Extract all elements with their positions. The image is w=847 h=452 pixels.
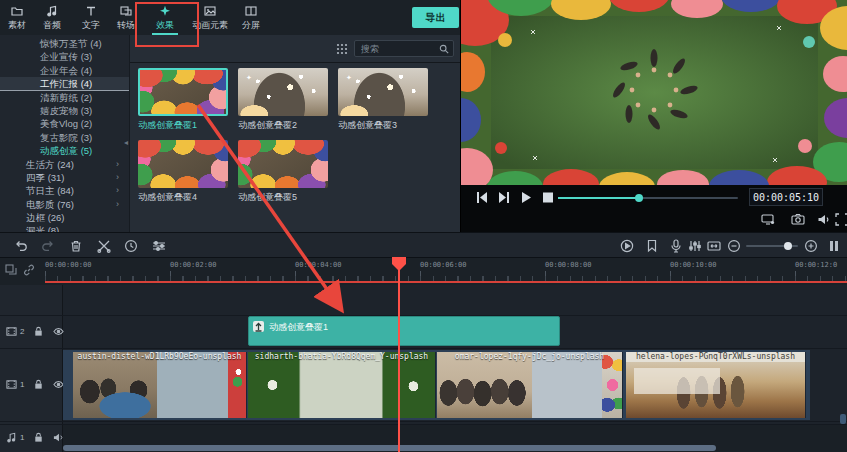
stop-button[interactable] — [541, 191, 555, 204]
sidebar-item-annual-meeting[interactable]: 企业年会 (4) — [0, 64, 129, 77]
video-clip-austin[interactable]: austin-distel-wD1LRb9OeEo-unsplash — [73, 352, 247, 418]
effect-thumbnail-1[interactable] — [138, 68, 228, 116]
effect-thumbnail-5[interactable] — [238, 140, 328, 188]
sidebar-collapse-arrow-icon[interactable]: ◂ — [124, 138, 128, 147]
effect-card-1: 动感创意叠覆1 — [138, 68, 228, 132]
track-options-icon[interactable] — [827, 239, 841, 253]
sidebar-group-seasons[interactable]: 四季 (31)› — [0, 171, 129, 184]
prev-frame-button[interactable] — [475, 191, 489, 204]
sidebar-group-frames[interactable]: 边框 (26) — [0, 211, 129, 224]
tab-elements[interactable]: 动画元素 — [188, 3, 232, 33]
sidebar-group-cinematic[interactable]: 电影质 (76)› — [0, 198, 129, 211]
zoom-out-icon[interactable] — [727, 239, 741, 253]
seek-handle[interactable] — [635, 194, 643, 202]
record-voiceover-mic-icon[interactable] — [669, 239, 683, 253]
next-frame-button[interactable] — [497, 191, 511, 204]
timeline-toolbar — [0, 232, 847, 258]
lock-icon[interactable] — [33, 432, 44, 443]
clip-filename: austin-distel-wD1LRb9OeEo-unsplash — [73, 352, 246, 362]
video-track-icon — [6, 326, 17, 337]
speed-clock-icon[interactable] — [124, 239, 138, 253]
effect-clip-label: 动感创意叠覆1 — [269, 321, 328, 334]
tab-label: 效果 — [156, 19, 174, 32]
fit-timeline-icon[interactable] — [707, 239, 721, 253]
video-clip-sidharth[interactable]: sidharth-bhatia-YbRd8Qqem_Y-unsplash — [248, 352, 436, 418]
lock-icon[interactable] — [33, 326, 44, 337]
sidebar-group-light-leak[interactable]: 漏光 (8) — [0, 224, 129, 232]
display-device-icon[interactable] — [761, 213, 775, 226]
render-preview-icon[interactable] — [620, 239, 634, 253]
text-icon — [85, 5, 97, 17]
tab-text[interactable]: 文字 — [74, 3, 108, 33]
eye-icon[interactable] — [53, 326, 64, 337]
manage-tracks-icon[interactable] — [5, 264, 17, 276]
effect-thumbnail-3[interactable] — [338, 68, 428, 116]
snapshot-camera-icon[interactable] — [791, 213, 805, 226]
sidebar-item-halloween[interactable]: 惊悚万圣节 (4) — [0, 37, 129, 50]
delete-icon[interactable] — [69, 239, 83, 253]
video-track-icon — [6, 379, 17, 390]
ruler-label: 00:00:00:00 — [45, 261, 91, 269]
timeline-ruler[interactable]: 00:00:00:00 00:00:02:00 00:00:04:00 00:0… — [0, 258, 847, 285]
video-clip-helena[interactable]: helena-lopes-PGnqT0rXWLs-unsplash — [626, 352, 806, 418]
video-clip-omar[interactable]: omar-lopez-1qfy-jDc_jo-unsplash — [437, 352, 623, 418]
effects-panel: 动感创意叠覆1 动感创意叠覆2 动感创意叠覆3 动感创意叠覆4 动感创意叠覆5 — [130, 35, 460, 232]
sidebar-item-paper-cut[interactable]: 清新剪纸 (2) — [0, 91, 129, 104]
zoom-slider-handle[interactable] — [784, 242, 792, 250]
track-separator — [0, 421, 847, 422]
sidebar-group-festival[interactable]: 节日主 (84)› — [0, 184, 129, 197]
fullscreen-icon[interactable] — [835, 213, 847, 226]
ruler-label: 00:00:06:00 — [420, 261, 466, 269]
effect-name: 动感创意叠覆2 — [238, 119, 328, 132]
music-note-icon — [46, 5, 58, 17]
sidebar-item-retro-cinema[interactable]: 复古影院 (3) — [0, 131, 129, 144]
sidebar-item-corporate-promo[interactable]: 企业宣传 (3) — [0, 50, 129, 63]
timecode-display: 00:00:05:10 — [749, 188, 823, 206]
sidebar-item-pets[interactable]: 嬉皮宠物 (3) — [0, 104, 129, 117]
sidebar-group-lifestyle[interactable]: 生活方 (24)› — [0, 158, 129, 171]
track-separator — [0, 348, 847, 349]
effect-thumbnail-4[interactable] — [138, 140, 228, 188]
sidebar-item-food-vlog[interactable]: 美食Vlog (2) — [0, 117, 129, 130]
timeline-horizontal-scrollbar[interactable] — [63, 445, 716, 451]
tab-label: 动画元素 — [192, 19, 228, 32]
sidebar-item-work-report[interactable]: 工作汇报 (4) — [0, 77, 129, 90]
zoom-in-icon[interactable] — [804, 239, 818, 253]
marker-flag-icon[interactable] — [645, 239, 659, 253]
clip-filename: helena-lopes-PGnqT0rXWLs-unsplash — [626, 352, 805, 362]
track-header-video-2: 2 — [6, 326, 64, 337]
tab-label: 音频 — [43, 19, 61, 32]
grid-view-icon[interactable] — [336, 43, 348, 55]
seek-slider[interactable] — [558, 197, 738, 199]
timeline-zoom-slider[interactable] — [746, 245, 798, 247]
search-input[interactable] — [359, 43, 439, 55]
tab-audio[interactable]: 音频 — [35, 3, 69, 33]
track-header-audio-1: 1 — [6, 432, 64, 443]
tab-effects[interactable]: 效果 — [148, 3, 182, 33]
tab-media[interactable]: 素材 — [0, 3, 34, 33]
effects-sparkle-icon — [159, 5, 171, 17]
sidebar-item-dynamic-creative[interactable]: 动感创意 (5) — [0, 144, 129, 157]
folder-icon — [11, 5, 23, 17]
ruler-label: 00:00:08:00 — [545, 261, 591, 269]
effect-name: 动感创意叠覆1 — [138, 119, 228, 132]
track-number: 2 — [20, 327, 24, 336]
effect-name: 动感创意叠覆3 — [338, 119, 428, 132]
ruler-label: 00:00:12:0 — [795, 261, 837, 269]
adjust-sliders-icon[interactable] — [152, 239, 166, 253]
lock-icon[interactable] — [33, 379, 44, 390]
undo-icon[interactable] — [14, 239, 28, 253]
redo-icon[interactable] — [41, 239, 55, 253]
volume-icon[interactable] — [817, 213, 831, 226]
effect-clip[interactable]: 动感创意叠覆1 — [248, 316, 560, 346]
play-button[interactable] — [519, 191, 533, 204]
cut-scissors-icon[interactable] — [97, 239, 111, 253]
tab-transition[interactable]: 转场 — [109, 3, 143, 33]
link-icon[interactable] — [23, 264, 35, 276]
effect-thumbnail-2[interactable] — [238, 68, 328, 116]
export-button[interactable]: 导出 — [412, 7, 459, 28]
tab-splitscreen[interactable]: 分屏 — [234, 3, 268, 33]
preview-panel: { } 00:00:05:10 — [460, 0, 847, 232]
timeline-vertical-scrollbar[interactable] — [840, 414, 846, 424]
audio-mixer-icon[interactable] — [688, 239, 702, 253]
